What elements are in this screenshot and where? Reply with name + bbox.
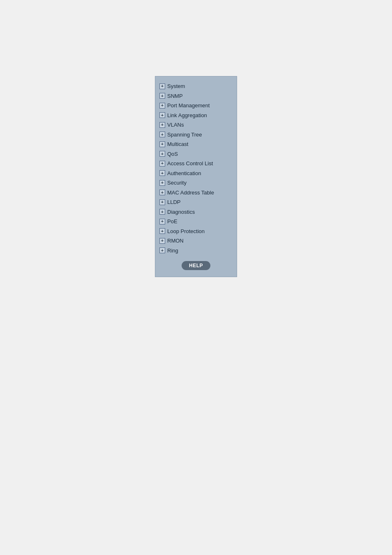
nav-label-mac-address-table: MAC Address Table <box>167 189 214 197</box>
nav-label-poe: PoE <box>167 217 178 226</box>
nav-label-snmp: SNMP <box>167 92 183 100</box>
plus-icon-vlans: + <box>159 122 165 128</box>
nav-label-lldp: LLDP <box>167 198 181 206</box>
nav-label-vlans: VLANs <box>167 121 184 129</box>
nav-item-diagnostics[interactable]: +Diagnostics <box>159 207 233 217</box>
nav-label-diagnostics: Diagnostics <box>167 208 195 216</box>
plus-icon-system: + <box>159 83 165 89</box>
plus-icon-lldp: + <box>159 199 165 205</box>
nav-item-link-aggregation[interactable]: +Link Aggregation <box>159 111 233 120</box>
nav-item-security[interactable]: +Security <box>159 178 233 188</box>
help-button[interactable]: HELP <box>182 261 210 270</box>
nav-item-rmon[interactable]: +RMON <box>159 236 233 246</box>
nav-item-port-management[interactable]: +Port Management <box>159 101 233 111</box>
nav-label-port-management: Port Management <box>167 102 210 110</box>
plus-icon-port-management: + <box>159 103 165 109</box>
plus-icon-loop-protection: + <box>159 228 165 234</box>
plus-icon-diagnostics: + <box>159 209 165 215</box>
plus-icon-link-aggregation: + <box>159 112 165 118</box>
plus-icon-multicast: + <box>159 141 165 147</box>
nav-item-access-control-list[interactable]: +Access Control List <box>159 159 233 169</box>
plus-icon-poe: + <box>159 219 165 224</box>
plus-icon-security: + <box>159 180 165 186</box>
nav-label-spanning-tree: Spanning Tree <box>167 131 202 139</box>
nav-label-ring: Ring <box>167 247 178 255</box>
plus-icon-qos: + <box>159 151 165 157</box>
nav-label-rmon: RMON <box>167 237 184 245</box>
page-container: +System+SNMP+Port Management+Link Aggreg… <box>0 0 392 555</box>
nav-label-multicast: Multicast <box>167 140 188 148</box>
nav-label-access-control-list: Access Control List <box>167 160 213 168</box>
nav-item-loop-protection[interactable]: +Loop Protection <box>159 227 233 236</box>
nav-item-mac-address-table[interactable]: +MAC Address Table <box>159 188 233 198</box>
nav-item-snmp[interactable]: +SNMP <box>159 91 233 101</box>
plus-icon-spanning-tree: + <box>159 132 165 137</box>
nav-label-loop-protection: Loop Protection <box>167 227 205 236</box>
nav-item-vlans[interactable]: +VLANs <box>159 120 233 130</box>
nav-item-authentication[interactable]: +Authentication <box>159 169 233 178</box>
help-container: HELP <box>159 261 233 270</box>
nav-item-ring[interactable]: +Ring <box>159 246 233 256</box>
nav-item-spanning-tree[interactable]: +Spanning Tree <box>159 130 233 140</box>
nav-item-system[interactable]: +System <box>159 81 233 91</box>
nav-item-poe[interactable]: +PoE <box>159 217 233 227</box>
nav-item-lldp[interactable]: +LLDP <box>159 197 233 207</box>
plus-icon-snmp: + <box>159 93 165 99</box>
nav-label-system: System <box>167 82 185 90</box>
plus-icon-rmon: + <box>159 238 165 244</box>
nav-label-link-aggregation: Link Aggregation <box>167 111 207 120</box>
nav-label-qos: QoS <box>167 150 178 158</box>
nav-panel: +System+SNMP+Port Management+Link Aggreg… <box>155 76 237 277</box>
nav-label-authentication: Authentication <box>167 169 201 178</box>
nav-item-multicast[interactable]: +Multicast <box>159 139 233 149</box>
plus-icon-mac-address-table: + <box>159 190 165 195</box>
plus-icon-authentication: + <box>159 170 165 176</box>
nav-label-security: Security <box>167 179 187 187</box>
plus-icon-ring: + <box>159 247 165 253</box>
nav-item-qos[interactable]: +QoS <box>159 149 233 159</box>
plus-icon-access-control-list: + <box>159 161 165 166</box>
